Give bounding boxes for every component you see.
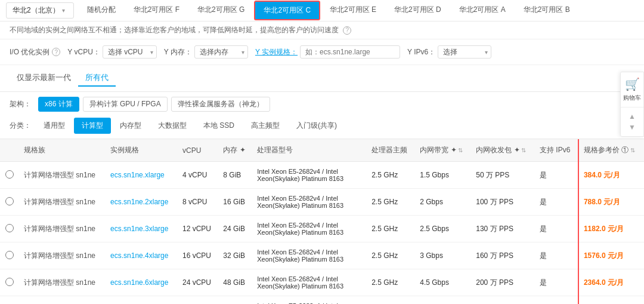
row-price: 2364.0 元/月 — [578, 269, 644, 296]
row-spec-name: 计算网络增强型 sn1ne — [19, 269, 106, 296]
type-btn-highspeed[interactable]: 高主频型 — [243, 118, 287, 134]
row-bandwidth: 4.5 Gbps — [415, 269, 471, 296]
table-row: 计算网络增强型 sn1neecs.sn1ne.8xlarge32 vCPU64 … — [0, 296, 644, 305]
row-spec-id[interactable]: ecs.sn1ne.xlarge — [106, 162, 178, 189]
zone-tab-zone-f[interactable]: 华北2可用区 F — [125, 0, 188, 21]
row-vcpu: 16 vCPU — [178, 242, 218, 269]
row-vcpu: 32 vCPU — [178, 296, 218, 305]
table-container: 规格族实例规格vCPU内存 ✦处理器型号处理器主频内网带宽 ✦内网收发包 ✦支持… — [0, 139, 644, 304]
type-btn-general[interactable]: 通用型 — [36, 118, 73, 134]
arch-btn-hetero[interactable]: 异构计算 GPU / FPGA — [83, 97, 168, 112]
scroll-up-arrow[interactable]: ▲ — [628, 112, 636, 121]
zone-tab-zone-d[interactable]: 华北2可用区 D — [386, 0, 450, 21]
type-btn-entry[interactable]: 入门级(共享) — [289, 118, 345, 134]
row-processor: Intel Xeon E5-2682v4 / Intel Xeon(Skylak… — [252, 269, 367, 296]
row-pps: 200 万 PPS — [471, 269, 535, 296]
row-radio-cell — [0, 189, 19, 216]
row-radio-cell — [0, 269, 19, 296]
spec-input[interactable] — [300, 45, 400, 59]
col-header-bandwidth[interactable]: 内网带宽 ✦ — [415, 139, 471, 162]
region-selector[interactable]: 华北2（北京） ▾ — [6, 2, 74, 19]
row-mem: 16 GiB — [218, 189, 252, 216]
io-filter: I/O 优化实例 ? — [10, 47, 60, 57]
row-spec-id[interactable]: ecs.sn1ne.6xlarge — [106, 269, 178, 296]
row-vcpu: 12 vCPU — [178, 216, 218, 242]
cart-icon[interactable]: 🛒 — [625, 77, 640, 91]
row-ipv6: 是 — [535, 242, 578, 269]
row-processor: Intel Xeon E5-2682v4 / Intel Xeon(Skylak… — [252, 296, 367, 305]
notice-tip-icon[interactable]: ? — [343, 26, 351, 35]
zone-tab-zone-b[interactable]: 华北2可用区 B — [515, 0, 578, 21]
row-spec-name: 计算网络增强型 sn1ne — [19, 296, 106, 305]
type-btn-compute[interactable]: 计算型 — [74, 118, 111, 134]
row-bandwidth: 2.5 Gbps — [415, 216, 471, 242]
type-btn-localssd[interactable]: 本地 SSD — [196, 118, 242, 134]
row-radio-input[interactable] — [5, 197, 14, 205]
vcpu-select[interactable]: 选择 vCPU — [103, 45, 157, 59]
vcpu-filter: Y vCPU： 选择 vCPU — [67, 45, 156, 59]
type-btn-bigdata[interactable]: 大数据型 — [150, 118, 194, 134]
row-processor: Intel Xeon E5-2682v4 / Intel Xeon(Skylak… — [252, 189, 367, 216]
ipv6-select-wrap: 选择 — [438, 45, 491, 59]
row-price: 1182.0 元/月 — [578, 216, 644, 242]
type-bar: 分类： 通用型计算型内存型大数据型本地 SSD高主频型入门级(共享) — [0, 114, 644, 139]
row-bandwidth: 3 Gbps — [415, 242, 471, 269]
vcpu-select-wrap: 选择 vCPU — [103, 45, 157, 59]
io-label: I/O 优化实例 — [10, 47, 49, 57]
row-processor-freq: 2.5 GHz — [367, 269, 415, 296]
col-header-mem: 内存 ✦ — [218, 139, 252, 162]
row-ipv6: 是 — [535, 216, 578, 242]
scroll-down-arrow[interactable]: ▼ — [628, 123, 636, 131]
zone-tab-random[interactable]: 随机分配 — [79, 0, 124, 21]
row-radio-input[interactable] — [5, 224, 14, 232]
notice-text: 不同地域的实例之间网络互不相通；选择靠近您客户的地域，可降低网络时延，提高您的客… — [10, 26, 339, 34]
zone-tab-zone-g[interactable]: 华北2可用区 G — [189, 0, 253, 21]
arch-buttons: x86 计算异构计算 GPU / FPGA弹性裸金属服务器（神龙） — [38, 97, 270, 112]
spec-filter: Y 实例规格： — [255, 45, 400, 59]
type-btn-memory[interactable]: 内存型 — [112, 118, 149, 134]
row-processor: Intel Xeon E5-2682v4 / Intel Xeon(Skylak… — [252, 242, 367, 269]
mem-filter: Y 内存： 选择内存 — [164, 45, 248, 59]
row-pps: 130 万 PPS — [471, 216, 535, 242]
row-price: 384.0 元/月 — [578, 162, 644, 189]
row-mem: 8 GiB — [218, 162, 252, 189]
row-radio-input[interactable] — [5, 278, 14, 286]
arch-btn-elastic[interactable]: 弹性裸金属服务器（神龙） — [171, 97, 270, 112]
zone-tab-zone-a[interactable]: 华北2可用区 A — [451, 0, 514, 21]
gen-tab-latest[interactable]: 仅显示最新一代 — [10, 70, 78, 87]
row-processor: Intel Xeon E5-2682v4 / Intel Xeon(Skylak… — [252, 162, 367, 189]
col-header-ipv6: 支持 IPv6 — [535, 139, 578, 162]
col-header-spec-id: 实例规格 — [106, 139, 178, 162]
row-spec-name: 计算网络增强型 sn1ne — [19, 162, 106, 189]
ipv6-select[interactable]: 选择 — [438, 45, 491, 59]
type-label: 分类： — [10, 121, 31, 131]
row-processor-freq: 2.5 GHz — [367, 216, 415, 242]
mem-select[interactable]: 选择内存 — [194, 45, 248, 59]
table-row: 计算网络增强型 sn1neecs.sn1ne.4xlarge16 vCPU32 … — [0, 242, 644, 269]
row-spec-id[interactable]: ecs.sn1ne.8xlarge — [106, 296, 178, 305]
row-mem: 48 GiB — [218, 269, 252, 296]
col-header-processor-freq: 处理器主频 — [367, 139, 415, 162]
table-row: 计算网络增强型 sn1neecs.sn1ne.6xlarge24 vCPU48 … — [0, 269, 644, 296]
row-radio-input[interactable] — [5, 170, 14, 179]
row-vcpu: 24 vCPU — [178, 269, 218, 296]
spec-table: 规格族实例规格vCPU内存 ✦处理器型号处理器主频内网带宽 ✦内网收发包 ✦支持… — [0, 139, 644, 304]
row-processor-freq: 2.5 GHz — [367, 296, 415, 305]
row-radio-cell — [0, 296, 19, 305]
row-bandwidth: 6 Gbps — [415, 296, 471, 305]
arch-bar: 架构： x86 计算异构计算 GPU / FPGA弹性裸金属服务器（神龙） — [0, 92, 644, 114]
col-header-price[interactable]: 规格参考价 ① — [578, 139, 644, 162]
table-body: 计算网络增强型 sn1neecs.sn1ne.xlarge4 vCPU8 GiB… — [0, 162, 644, 305]
arch-btn-x86[interactable]: x86 计算 — [38, 97, 79, 112]
row-radio-input[interactable] — [5, 251, 14, 259]
gen-tab-all[interactable]: 所有代 — [78, 70, 116, 87]
row-spec-id[interactable]: ecs.sn1ne.2xlarge — [106, 189, 178, 216]
col-header-pps[interactable]: 内网收发包 ✦ — [471, 139, 535, 162]
zone-tab-zone-c[interactable]: 华北2可用区 C — [254, 1, 320, 20]
io-tip-icon[interactable]: ? — [52, 48, 60, 56]
row-spec-id[interactable]: ecs.sn1ne.3xlarge — [106, 216, 178, 242]
row-price: 1576.0 元/月 — [578, 242, 644, 269]
zone-tab-zone-e[interactable]: 华北2可用区 E — [321, 0, 385, 21]
row-spec-id[interactable]: ecs.sn1ne.4xlarge — [106, 242, 178, 269]
cart-label: 购物车 — [623, 94, 641, 102]
